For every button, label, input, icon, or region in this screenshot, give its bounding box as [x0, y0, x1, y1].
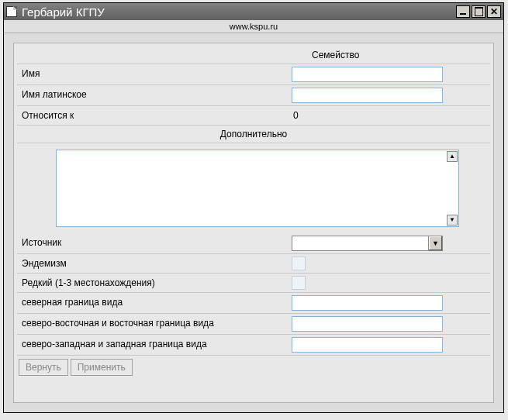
- endemism-label: Эндемизм: [17, 254, 289, 273]
- row-endemism: Эндемизм: [17, 254, 490, 274]
- name-label: Имя: [17, 64, 289, 84]
- close-button[interactable]: ✕: [487, 5, 501, 18]
- north-label: северная граница вида: [17, 293, 289, 313]
- row-latin: Имя латинское: [17, 85, 490, 106]
- northwest-input[interactable]: [292, 337, 443, 353]
- button-row: Вернуть Применить: [17, 356, 490, 379]
- endemism-checkbox[interactable]: [292, 256, 306, 270]
- maximize-button[interactable]: [472, 5, 486, 18]
- belongs-value: 0: [289, 106, 303, 125]
- additional-area: ▲ ▼: [17, 143, 490, 233]
- additional-header: Дополнительно: [17, 126, 490, 143]
- rare-checkbox[interactable]: [292, 276, 306, 290]
- northeast-input[interactable]: [292, 316, 443, 332]
- latin-label: Имя латинское: [17, 85, 289, 105]
- row-belongs: Относится к 0: [17, 106, 490, 126]
- row-name: Имя: [17, 64, 490, 85]
- additional-textarea[interactable]: ▲ ▼: [56, 150, 459, 227]
- apply-button[interactable]: Применить: [71, 359, 133, 376]
- client-area: Семейство Имя Имя латинское Относится к …: [4, 33, 503, 412]
- minimize-button[interactable]: [456, 5, 470, 18]
- app-window: Гербарий КГПУ ✕ www.kspu.ru Семейство Им…: [3, 2, 504, 413]
- belongs-label: Относится к: [17, 106, 289, 125]
- url-text: www.kspu.ru: [230, 22, 278, 31]
- source-label: Источник: [17, 233, 289, 253]
- scroll-up-button[interactable]: ▲: [447, 151, 458, 162]
- source-value: [292, 236, 428, 250]
- north-input[interactable]: [292, 295, 443, 311]
- titlebar[interactable]: Гербарий КГПУ ✕: [4, 3, 503, 20]
- scroll-down-button[interactable]: ▼: [447, 215, 458, 225]
- window-title: Гербарий КГПУ: [22, 5, 454, 19]
- northwest-label: северо-западная и западная граница вида: [17, 335, 289, 355]
- source-select[interactable]: ▼: [292, 236, 443, 251]
- revert-button[interactable]: Вернуть: [19, 359, 68, 376]
- textarea-content[interactable]: [57, 150, 446, 226]
- row-rare: Редкий (1-3 местонахождения): [17, 274, 490, 293]
- row-northeast: северо-восточная и восточная граница вид…: [17, 314, 490, 335]
- latin-input[interactable]: [292, 88, 443, 103]
- name-input[interactable]: [292, 67, 443, 82]
- dropdown-icon[interactable]: ▼: [428, 236, 442, 250]
- row-north: северная граница вида: [17, 293, 490, 314]
- rare-label: Редкий (1-3 местонахождения): [17, 274, 289, 292]
- row-northwest: северо-западная и западная граница вида: [17, 335, 490, 356]
- family-header: Семейство: [17, 46, 490, 64]
- row-source: Источник ▼: [17, 233, 490, 254]
- document-icon: [6, 6, 17, 17]
- form-panel: Семейство Имя Имя латинское Относится к …: [13, 43, 494, 403]
- northeast-label: северо-восточная и восточная граница вид…: [17, 314, 289, 334]
- url-bar: www.kspu.ru: [4, 20, 503, 33]
